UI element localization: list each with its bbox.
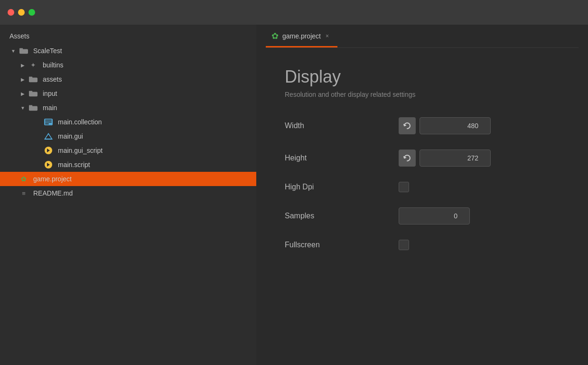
sidebar-item-main-gui[interactable]: ▶ main.gui — [0, 129, 256, 143]
collection-icon — [44, 117, 53, 127]
input-label: input — [43, 90, 57, 97]
arrow-scaletest — [9, 48, 17, 54]
sidebar-item-readme[interactable]: ▶ ≡ README.md — [0, 186, 256, 200]
display-subtitle: Resolution and other display related set… — [285, 91, 560, 98]
game-project-label: game.project — [33, 175, 72, 183]
height-controls — [399, 150, 491, 167]
readme-icon: ≡ — [19, 188, 28, 198]
tab-active-indicator — [266, 46, 337, 47]
builtins-label: builtins — [43, 61, 64, 69]
tab-bar: ✿ game.project × — [256, 25, 588, 48]
sidebar-item-main-script[interactable]: ▶ main.script — [0, 158, 256, 172]
display-title: Display — [285, 67, 560, 87]
high-dpi-row: High Dpi — [285, 182, 560, 192]
sidebar-header: Assets — [0, 25, 256, 44]
content-panel: Display Resolution and other display rel… — [256, 48, 588, 365]
sidebar-item-input[interactable]: input — [0, 86, 256, 101]
height-reset-button[interactable] — [399, 150, 416, 167]
width-row: Width — [285, 117, 560, 134]
width-input[interactable] — [420, 117, 491, 134]
width-reset-button[interactable] — [399, 117, 416, 134]
height-row: Height — [285, 150, 560, 167]
samples-input[interactable] — [399, 207, 470, 225]
samples-label: Samples — [285, 212, 399, 220]
tab-label: game.project — [282, 32, 321, 40]
main-script-label: main.script — [58, 161, 90, 168]
folder-assets-icon — [28, 75, 38, 84]
tab-project-icon: ✿ — [271, 31, 279, 41]
fullscreen-row: Fullscreen — [285, 240, 560, 250]
fullscreen-label: Fullscreen — [285, 241, 399, 249]
svg-rect-7 — [29, 105, 32, 107]
arrow-input — [19, 91, 27, 96]
fullscreen-checkbox[interactable] — [399, 240, 409, 250]
arrow-main — [19, 105, 27, 111]
sidebar-item-builtins[interactable]: ✦ builtins — [0, 58, 256, 72]
gui-script-icon — [44, 146, 53, 155]
maximize-button[interactable] — [28, 9, 35, 16]
sidebar-item-assets[interactable]: assets — [0, 72, 256, 86]
project-icon: ✿ — [19, 174, 28, 184]
main-gui-label: main.gui — [58, 132, 83, 140]
svg-rect-9 — [45, 120, 52, 121]
main-content: ✿ game.project × Display Resolution and … — [256, 25, 588, 365]
svg-rect-3 — [29, 77, 32, 79]
puzzle-icon: ✦ — [28, 60, 38, 70]
height-input[interactable] — [420, 150, 491, 167]
folder-input-icon — [28, 89, 38, 98]
sidebar-item-scaletest[interactable]: ScaleTest — [0, 44, 256, 58]
svg-rect-10 — [45, 122, 52, 122]
samples-row: Samples — [285, 207, 560, 225]
gui-icon — [44, 131, 53, 141]
assets-label: assets — [43, 75, 62, 83]
sidebar-item-game-project[interactable]: ▶ ✿ game.project — [0, 172, 256, 186]
arrow-assets — [19, 77, 27, 82]
readme-label: README.md — [33, 189, 73, 197]
main-collection-label: main.collection — [58, 118, 102, 126]
folder-icon — [19, 46, 28, 56]
close-button[interactable] — [8, 9, 14, 16]
main-label: main — [43, 104, 57, 112]
assets-label: Assets — [9, 32, 29, 40]
high-dpi-checkbox[interactable] — [399, 182, 409, 192]
sidebar-item-main-gui-script[interactable]: ▶ main.gui_script — [0, 143, 256, 158]
height-label: Height — [285, 154, 399, 162]
window-controls — [8, 9, 35, 16]
arrow-builtins — [19, 63, 27, 68]
tab-row: ✿ game.project × — [256, 25, 588, 47]
sidebar-item-main-collection[interactable]: ▶ main.collection — [0, 115, 256, 129]
scaletest-label: ScaleTest — [33, 47, 62, 55]
main-gui-script-label: main.gui_script — [58, 147, 103, 154]
sidebar: Assets ScaleTest ✦ builtins — [0, 25, 256, 365]
width-controls — [399, 117, 491, 134]
fullscreen-controls — [399, 240, 409, 250]
folder-main-icon — [28, 103, 38, 112]
high-dpi-label: High Dpi — [285, 183, 399, 191]
script-icon — [44, 160, 53, 169]
svg-rect-1 — [19, 48, 23, 50]
title-bar — [0, 0, 588, 25]
high-dpi-controls — [399, 182, 409, 192]
tab-game-project[interactable]: ✿ game.project × — [266, 25, 337, 47]
sidebar-item-main[interactable]: main — [0, 101, 256, 115]
samples-controls — [399, 207, 470, 225]
width-label: Width — [285, 122, 399, 130]
minimize-button[interactable] — [18, 9, 25, 16]
svg-rect-5 — [29, 91, 32, 93]
svg-rect-11 — [45, 123, 49, 124]
tab-close-button[interactable]: × — [325, 32, 330, 40]
app-body: Assets ScaleTest ✦ builtins — [0, 25, 588, 365]
